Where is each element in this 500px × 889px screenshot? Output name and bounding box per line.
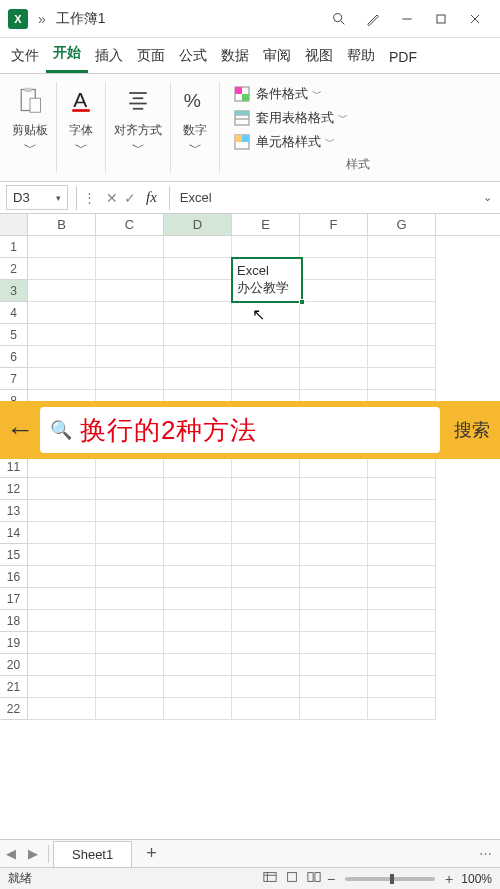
cell[interactable] — [232, 654, 300, 676]
cell[interactable] — [300, 566, 368, 588]
cell[interactable] — [28, 544, 96, 566]
cell[interactable] — [368, 346, 436, 368]
cell[interactable] — [368, 566, 436, 588]
cell[interactable] — [300, 676, 368, 698]
cell[interactable] — [300, 522, 368, 544]
cell[interactable] — [368, 588, 436, 610]
cell[interactable] — [28, 346, 96, 368]
cell[interactable] — [28, 632, 96, 654]
cell[interactable] — [300, 698, 368, 720]
row-header[interactable]: 11 — [0, 456, 28, 478]
cell[interactable] — [28, 676, 96, 698]
cell[interactable] — [164, 522, 232, 544]
cell[interactable] — [232, 302, 300, 324]
name-box[interactable]: D3 ▾ — [6, 185, 68, 210]
cell[interactable] — [96, 588, 164, 610]
cell[interactable] — [28, 324, 96, 346]
cell[interactable] — [96, 324, 164, 346]
tab-help[interactable]: 帮助 — [340, 39, 382, 73]
minimize-icon[interactable] — [390, 2, 424, 36]
cell[interactable] — [300, 258, 368, 280]
cell[interactable] — [368, 258, 436, 280]
sheet-nav-next[interactable]: ▶ — [22, 846, 44, 861]
tab-page[interactable]: 页面 — [130, 39, 172, 73]
view-page-icon[interactable] — [281, 869, 303, 888]
cell[interactable] — [368, 302, 436, 324]
cell[interactable] — [96, 346, 164, 368]
row-header[interactable]: 13 — [0, 500, 28, 522]
cell[interactable] — [28, 456, 96, 478]
ribbon-group-font[interactable]: A 字体 ﹀ — [57, 82, 106, 173]
cell[interactable] — [28, 610, 96, 632]
cell[interactable] — [96, 280, 164, 302]
cell[interactable] — [164, 632, 232, 654]
cell[interactable] — [164, 280, 232, 302]
back-arrow-icon[interactable]: ← — [0, 401, 40, 459]
tab-home[interactable]: 开始 — [46, 36, 88, 73]
cell[interactable] — [28, 236, 96, 258]
col-header[interactable]: F — [300, 214, 368, 235]
cell[interactable] — [232, 698, 300, 720]
table-format-button[interactable]: 套用表格格式﹀ — [228, 106, 354, 130]
sheet-menu-icon[interactable]: ⋯ — [471, 846, 500, 861]
formula-input[interactable] — [172, 186, 475, 209]
cell[interactable] — [232, 566, 300, 588]
cell[interactable] — [300, 280, 368, 302]
cell[interactable] — [96, 632, 164, 654]
cell[interactable] — [28, 478, 96, 500]
tab-pdf[interactable]: PDF — [382, 41, 424, 73]
cell[interactable] — [164, 258, 232, 280]
cell[interactable] — [164, 566, 232, 588]
cell[interactable] — [368, 522, 436, 544]
row-header[interactable]: 3 — [0, 280, 28, 302]
view-break-icon[interactable] — [303, 869, 325, 888]
cell[interactable] — [28, 302, 96, 324]
zoom-out-button[interactable]: − — [325, 871, 337, 887]
cell[interactable] — [96, 258, 164, 280]
cell[interactable] — [28, 654, 96, 676]
cell[interactable] — [164, 610, 232, 632]
cell[interactable] — [28, 698, 96, 720]
cell[interactable] — [96, 676, 164, 698]
cell[interactable] — [368, 456, 436, 478]
cell[interactable] — [164, 500, 232, 522]
cell[interactable] — [368, 610, 436, 632]
sheet-nav-prev[interactable]: ◀ — [0, 846, 22, 861]
cell[interactable] — [164, 544, 232, 566]
zoom-thumb[interactable] — [390, 874, 394, 884]
col-header[interactable]: B — [28, 214, 96, 235]
cell[interactable] — [232, 346, 300, 368]
cell[interactable] — [164, 698, 232, 720]
cell[interactable] — [96, 236, 164, 258]
cell[interactable] — [368, 280, 436, 302]
add-sheet-button[interactable]: + — [132, 843, 171, 864]
tab-data[interactable]: 数据 — [214, 39, 256, 73]
search-button[interactable]: 搜索 — [444, 418, 500, 442]
row-header[interactable]: 7 — [0, 368, 28, 390]
cell[interactable] — [164, 588, 232, 610]
cell[interactable] — [164, 302, 232, 324]
cell[interactable] — [164, 456, 232, 478]
cell[interactable] — [232, 478, 300, 500]
cell[interactable] — [96, 478, 164, 500]
cell[interactable] — [164, 676, 232, 698]
cell[interactable] — [232, 236, 300, 258]
select-all-corner[interactable] — [0, 214, 28, 235]
tab-formula[interactable]: 公式 — [172, 39, 214, 73]
col-header[interactable]: C — [96, 214, 164, 235]
cell[interactable] — [368, 478, 436, 500]
cell[interactable] — [28, 368, 96, 390]
cell[interactable] — [28, 280, 96, 302]
fx-label[interactable]: fx — [146, 189, 157, 206]
confirm-icon[interactable]: ✓ — [124, 190, 136, 206]
col-header[interactable]: E — [232, 214, 300, 235]
col-header[interactable]: D — [164, 214, 232, 235]
cell[interactable] — [300, 368, 368, 390]
selected-cell-d3[interactable]: Excel 办公教学 — [231, 257, 303, 303]
search-icon[interactable] — [322, 2, 356, 36]
cell[interactable] — [232, 588, 300, 610]
tab-view[interactable]: 视图 — [298, 39, 340, 73]
cell[interactable] — [300, 478, 368, 500]
tab-review[interactable]: 审阅 — [256, 39, 298, 73]
row-header[interactable]: 19 — [0, 632, 28, 654]
